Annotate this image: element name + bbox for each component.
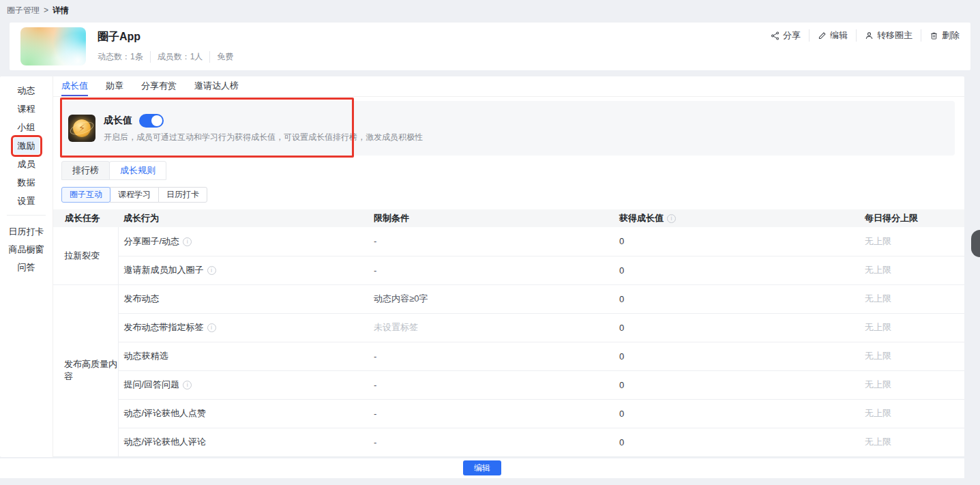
floating-widget[interactable] bbox=[971, 230, 980, 257]
sidebar-item[interactable]: 动态 bbox=[14, 83, 40, 99]
stat-item: 免费 bbox=[210, 51, 240, 63]
info-icon[interactable]: i bbox=[207, 266, 216, 275]
transfer-owner-icon bbox=[865, 31, 874, 40]
stat-item: 成员数：1人 bbox=[151, 51, 211, 63]
info-icon[interactable]: i bbox=[207, 323, 216, 332]
daily-limit-cell: 无上限 bbox=[859, 399, 964, 428]
growth-value-cell: 0 bbox=[614, 342, 859, 370]
sidebar-item[interactable]: 成员 bbox=[14, 156, 40, 173]
condition-cell: 动态内容≥0字 bbox=[368, 284, 614, 313]
content-area: 成长值勋章分享有赏邀请达人榜 ⚡ 成长值 开启后，成员可通过互动和学习行为获得成… bbox=[53, 76, 964, 457]
column-header: 每日得分上限 bbox=[859, 209, 964, 227]
condition-cell: - bbox=[368, 370, 614, 399]
daily-limit-cell: 无上限 bbox=[859, 428, 964, 456]
sub-tab-bar: 排行榜成长规则 bbox=[61, 161, 964, 180]
condition-cell: 未设置标签 bbox=[368, 313, 614, 342]
tab-item[interactable]: 勋章 bbox=[106, 76, 123, 96]
sidebar-item[interactable]: 设置 bbox=[14, 193, 40, 209]
tab-item[interactable]: 邀请达人榜 bbox=[194, 76, 239, 96]
behavior-label: 动态/评论获他人点赞 bbox=[124, 408, 207, 418]
condition-cell: - bbox=[368, 428, 614, 456]
filter-pill[interactable]: 课程学习 bbox=[110, 187, 159, 203]
lightning-icon: ⚡ bbox=[68, 115, 95, 142]
header-actions: 分享编辑转移圈主删除 bbox=[762, 29, 960, 42]
filter-pill[interactable]: 圈子互动 bbox=[61, 187, 110, 203]
daily-limit-cell: 无上限 bbox=[859, 313, 964, 342]
behavior-label: 提问/回答问题 bbox=[124, 379, 180, 390]
sidebar-item[interactable]: 数据 bbox=[14, 175, 40, 191]
sub-tab-item[interactable]: 排行榜 bbox=[61, 161, 110, 180]
behavior-cell: 发布动态 bbox=[118, 284, 368, 313]
toggle-knob bbox=[151, 115, 162, 126]
table-row: 邀请新成员加入圈子i-0无上限 bbox=[53, 256, 964, 284]
growth-value-cell: 0 bbox=[614, 256, 859, 284]
sidebar-item[interactable]: 小组 bbox=[14, 119, 40, 136]
growth-value-panel: ⚡ 成长值 开启后，成员可通过互动和学习行为获得成长值，可设置成长值排行榜，激发… bbox=[61, 101, 955, 156]
task-group-cell: 发布高质量内容 bbox=[53, 284, 118, 456]
condition-cell: - bbox=[368, 227, 614, 256]
growth-value-toggle[interactable] bbox=[139, 114, 164, 128]
behavior-cell: 邀请新成员加入圈子i bbox=[118, 256, 368, 284]
daily-limit-cell: 无上限 bbox=[859, 256, 964, 284]
table-row: 发布动态带指定标签i未设置标签0无上限 bbox=[53, 313, 964, 342]
breadcrumb-separator: > bbox=[44, 5, 48, 15]
condition-cell: - bbox=[368, 256, 614, 284]
growth-value-cell: 0 bbox=[614, 313, 859, 342]
edit-button[interactable]: 编辑 bbox=[809, 29, 856, 42]
growth-panel-description: 开启后，成员可通过互动和学习行为获得成长值，可设置成长值排行榜，激发成员积极性 bbox=[104, 132, 423, 143]
growth-rules-table: 成长任务成长行为限制条件获得成长值i每日得分上限 拉新裂变分享圈子/动态i-0无… bbox=[53, 209, 964, 457]
page-title: 圈子App bbox=[98, 30, 240, 44]
delete-button-label: 删除 bbox=[942, 29, 960, 42]
sidebar-item[interactable]: 商品橱窗 bbox=[5, 241, 48, 258]
daily-limit-cell: 无上限 bbox=[859, 227, 964, 256]
share-button[interactable]: 分享 bbox=[762, 29, 809, 42]
table-row: 动态获精选-0无上限 bbox=[53, 342, 964, 370]
behavior-cell: 动态获精选 bbox=[118, 342, 368, 370]
growth-value-icon: ⚡ bbox=[68, 115, 95, 142]
transfer-button-label: 转移圈主 bbox=[877, 29, 912, 42]
app-stats: 动态数：1条成员数：1人免费 bbox=[98, 51, 240, 63]
daily-limit-cell: 无上限 bbox=[859, 370, 964, 399]
edit-icon bbox=[818, 31, 827, 40]
sidebar-item[interactable]: 激励 bbox=[14, 138, 40, 154]
behavior-cell: 动态/评论获他人评论 bbox=[118, 428, 368, 456]
tab-item[interactable]: 成长值 bbox=[61, 76, 88, 96]
behavior-cell: 动态/评论获他人点赞 bbox=[118, 399, 368, 428]
growth-panel-title: 成长值 bbox=[104, 115, 132, 127]
column-header: 限制条件 bbox=[368, 209, 614, 227]
daily-limit-cell: 无上限 bbox=[859, 284, 964, 313]
tab-bar: 成长值勋章分享有赏邀请达人榜 bbox=[53, 76, 964, 97]
info-icon[interactable]: i bbox=[183, 381, 192, 390]
column-header: 获得成长值i bbox=[614, 209, 859, 227]
condition-cell: - bbox=[368, 399, 614, 428]
share-icon bbox=[771, 31, 779, 40]
sub-tab-item[interactable]: 成长规则 bbox=[109, 161, 166, 180]
sidebar-item[interactable]: 问答 bbox=[14, 259, 40, 276]
sidebar: 动态课程小组激励成员数据设置日历打卡商品橱窗问答 bbox=[0, 76, 53, 457]
growth-value-cell: 0 bbox=[614, 428, 859, 456]
breadcrumb-parent[interactable]: 圈子管理 bbox=[7, 5, 40, 16]
delete-button[interactable]: 删除 bbox=[921, 29, 960, 42]
column-header: 成长任务 bbox=[53, 209, 118, 227]
table-row: 发布高质量内容发布动态动态内容≥0字0无上限 bbox=[53, 284, 964, 313]
growth-value-cell: 0 bbox=[614, 370, 859, 399]
table-row: 动态/评论获他人评论-0无上限 bbox=[53, 428, 964, 456]
filter-pill[interactable]: 日历打卡 bbox=[158, 187, 207, 203]
table-row: 拉新裂变分享圈子/动态i-0无上限 bbox=[53, 227, 964, 256]
edit-button[interactable]: 编辑 bbox=[463, 460, 501, 475]
sidebar-item[interactable]: 日历打卡 bbox=[5, 224, 48, 240]
tab-item[interactable]: 分享有赏 bbox=[141, 76, 177, 96]
behavior-label: 分享圈子/动态 bbox=[124, 236, 180, 246]
sidebar-item[interactable]: 课程 bbox=[14, 101, 40, 117]
delete-icon bbox=[930, 31, 938, 40]
info-icon[interactable]: i bbox=[183, 237, 192, 246]
stat-item: 动态数：1条 bbox=[98, 51, 151, 63]
app-header-card: 圈子App 动态数：1条成员数：1人免费 分享编辑转移圈主删除 bbox=[10, 23, 970, 70]
breadcrumb-current: 详情 bbox=[53, 5, 69, 16]
app-cover-image bbox=[20, 27, 86, 65]
behavior-label: 动态/评论获他人评论 bbox=[124, 437, 207, 447]
filter-pill-group: 圈子互动课程学习日历打卡 bbox=[61, 187, 964, 203]
transfer-button[interactable]: 转移圈主 bbox=[856, 29, 921, 42]
growth-value-cell: 0 bbox=[614, 284, 859, 313]
info-icon[interactable]: i bbox=[667, 214, 676, 223]
